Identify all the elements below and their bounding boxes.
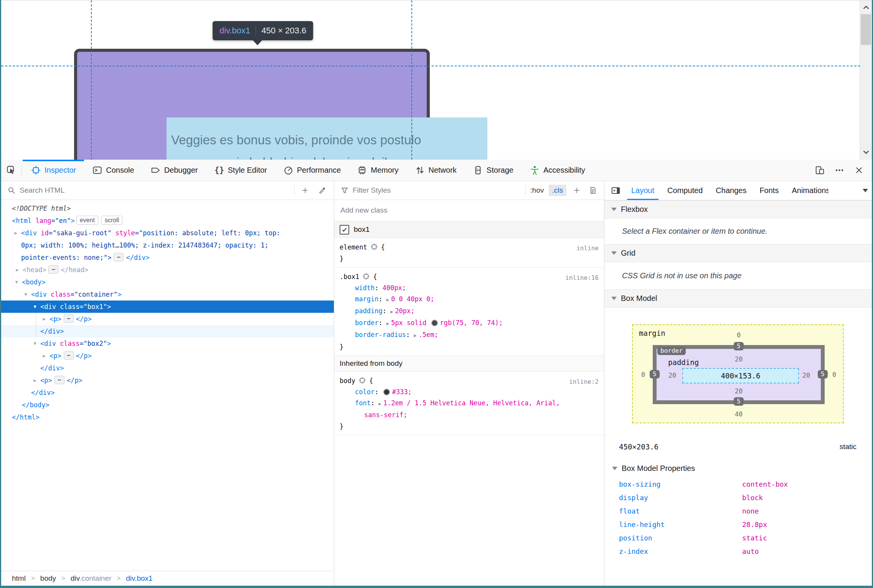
inline-text-ellipsis[interactable]: ⋯ (54, 376, 64, 384)
property-name[interactable]: font (355, 399, 371, 407)
scrollbar-thumb[interactable] (861, 14, 871, 45)
breadcrumb-item[interactable]: html (12, 574, 26, 583)
property-name[interactable]: z-index (619, 547, 648, 555)
filter-styles-input[interactable] (352, 186, 522, 195)
section-header-flexbox[interactable]: Flexbox (604, 200, 872, 218)
rule-selector[interactable]: body (340, 377, 355, 385)
responsive-design-button[interactable] (810, 160, 830, 181)
rule-source-link[interactable]: inline:2 (569, 376, 599, 388)
highlight-target-icon[interactable] (358, 376, 367, 385)
markup-row-selected[interactable]: ▼<div class="box1"> (1, 301, 334, 313)
expand-value-icon[interactable]: ▶ (414, 333, 417, 338)
property-value[interactable]: none (742, 504, 759, 518)
tab-network[interactable]: Network (407, 160, 465, 181)
margin-left-value[interactable]: 0 (641, 371, 645, 378)
markup-row[interactable]: pointer-events: none;">⋯</div> (1, 251, 334, 264)
border-left-value[interactable]: 5 (650, 370, 660, 378)
border-top-value[interactable]: 5 (734, 342, 744, 350)
markup-row[interactable]: ▼<div class="box2"> (1, 337, 334, 350)
class-checkbox[interactable] (340, 225, 349, 235)
rule-selector[interactable]: element (340, 243, 367, 251)
node-badge[interactable]: scroll (101, 216, 122, 225)
sidebar-tab-changes[interactable]: Changes (709, 181, 753, 200)
page-scrollbar[interactable] (860, 0, 872, 160)
markup-row[interactable]: ▶<p>⋯</p> (1, 313, 334, 325)
expand-twisty-icon[interactable]: ▶ (13, 264, 21, 276)
breadcrumb-item[interactable]: div.box1 (126, 574, 152, 583)
class-toggle[interactable]: .cls (549, 185, 567, 196)
markup-row[interactable]: </div> (1, 325, 334, 337)
property-name[interactable]: width (355, 284, 375, 292)
box-model-properties-header[interactable]: Box Model Properties (612, 464, 872, 473)
markup-row[interactable]: </html> (1, 411, 334, 423)
tab-storage[interactable]: Storage (465, 160, 521, 181)
property-name[interactable]: border-radius (355, 331, 406, 339)
markup-row[interactable]: ▼<body> (1, 276, 334, 288)
collapse-twisty-icon[interactable]: ▼ (21, 288, 30, 301)
expand-twisty-icon[interactable]: ▶ (40, 350, 48, 362)
tab-accessibility[interactable]: Accessibility (521, 160, 593, 181)
tab-memory[interactable]: Memory (349, 160, 406, 181)
property-value[interactable]: .5em; (419, 331, 438, 339)
markup-row[interactable]: <html lang="en">eventscroll (1, 215, 334, 227)
sidebar-tab-layout[interactable]: Layout (625, 181, 661, 200)
property-name[interactable]: border (355, 319, 378, 327)
search-html-input[interactable] (19, 186, 291, 195)
collapse-twisty-icon[interactable]: ▼ (31, 337, 39, 350)
markup-row[interactable]: </body> (1, 399, 334, 411)
sidebar-tab-fonts[interactable]: Fonts (753, 181, 785, 200)
expand-twisty-icon[interactable]: ▶ (40, 313, 48, 325)
inline-text-ellipsis[interactable]: ⋯ (64, 351, 74, 360)
expand-twisty-icon[interactable]: ▶ (31, 374, 39, 386)
rule-source-link[interactable]: inline:16 (565, 272, 599, 284)
add-node-button[interactable] (298, 186, 312, 195)
property-value[interactable]: static (742, 531, 767, 545)
box-model-content-region[interactable]: 400×153.6 (682, 368, 799, 383)
property-value[interactable]: rgb(75, 70, 74); (440, 319, 503, 327)
border-right-value[interactable]: 5 (818, 370, 828, 378)
property-name[interactable]: line-height (619, 520, 665, 529)
scroll-up-icon[interactable] (862, 3, 870, 12)
markup-row[interactable]: ▶<p>⋯</p> (1, 350, 334, 362)
property-name[interactable]: display (619, 494, 648, 502)
markup-row[interactable]: ▼<div class="container"> (1, 288, 334, 301)
property-value[interactable]: #333; (392, 388, 412, 396)
property-value[interactable]: 20px; (395, 307, 414, 315)
devtools-menu-button[interactable] (830, 160, 849, 181)
property-name[interactable]: box-sizing (619, 480, 660, 488)
markup-row[interactable]: 0px; width: 100%; height…100%; z-index: … (1, 239, 334, 251)
property-value[interactable]: 0 0 40px 0; (391, 295, 434, 303)
tab-performance[interactable]: Performance (275, 160, 349, 181)
sidebar-tab-animations[interactable]: Animations (785, 181, 828, 200)
breadcrumb-item[interactable]: div.container (71, 574, 111, 583)
expand-value-icon[interactable]: ▶ (390, 309, 393, 314)
close-devtools-button[interactable] (849, 160, 869, 181)
section-header-grid[interactable]: Grid (604, 244, 872, 262)
tab-inspector[interactable]: Inspector (23, 160, 84, 181)
padding-right-value[interactable]: 20 (802, 372, 810, 379)
color-swatch[interactable] (383, 389, 390, 395)
box-model-margin-region[interactable]: margin 0 40 0 0 border 5 5 5 5 padding 2… (632, 324, 844, 423)
tab-style-editor[interactable]: {}Style Editor (206, 160, 275, 181)
inline-text-ellipsis[interactable]: ⋯ (64, 314, 74, 323)
markup-row[interactable]: </div> (1, 362, 334, 374)
print-media-button[interactable] (587, 186, 599, 195)
property-value[interactable]: 5px solid (391, 319, 430, 327)
padding-bottom-value[interactable]: 20 (735, 387, 743, 395)
padding-left-value[interactable]: 20 (668, 372, 676, 379)
class-checkbox-label[interactable]: box1 (354, 225, 370, 234)
collapse-twisty-icon[interactable]: ▼ (31, 301, 39, 313)
tab-debugger[interactable]: Debugger (142, 160, 206, 181)
sidebar-toggle-button[interactable] (607, 181, 625, 200)
markup-row[interactable]: <!DOCTYPE html> (1, 202, 334, 215)
property-name[interactable]: position (619, 534, 652, 542)
markup-row[interactable]: ▶<p>⋯</p> (1, 374, 334, 386)
highlight-target-icon[interactable] (361, 272, 371, 281)
property-value[interactable]: sans-serif; (364, 411, 408, 419)
markup-row[interactable]: ▶<div id="saka-gui-root" style="position… (1, 227, 334, 239)
property-value[interactable]: auto (742, 545, 759, 558)
property-value[interactable]: 28.8px (742, 518, 767, 531)
pick-element-button[interactable] (1, 160, 21, 181)
property-value[interactable]: 1.2em / 1.5 Helvetica Neue, Helvetica, A… (383, 399, 560, 407)
eyedropper-button[interactable] (315, 186, 328, 195)
